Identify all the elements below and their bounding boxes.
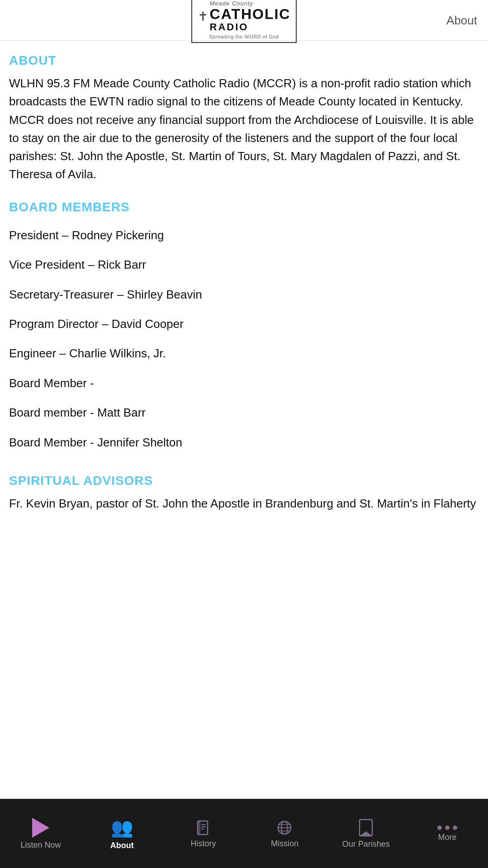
board-members-heading: BOARD MEMBERS: [9, 200, 479, 214]
board-member-item: President – Rodney Pickering: [9, 221, 479, 250]
board-members-section: BOARD MEMBERS President – Rodney Pickeri…: [9, 200, 479, 457]
logo: ✝ Meade County CATHOLIC RADIO Spreading …: [191, 0, 297, 43]
cross-icon: ✝: [198, 10, 208, 23]
board-member-item: Engineer – Charlie Wilkins, Jr.: [9, 339, 479, 368]
bookmark-icon: [358, 819, 374, 837]
book-icon: [195, 819, 212, 836]
nav-item-more[interactable]: More: [407, 799, 488, 868]
header-about-button[interactable]: About: [446, 13, 477, 27]
logo-radio-text: RADIO: [210, 21, 249, 33]
logo-catholic-text: CATHOLIC: [210, 7, 291, 21]
board-member-item: Board Member - Jennifer Shelton: [9, 428, 479, 457]
play-icon: [32, 818, 49, 838]
nav-label-our-parishes: Our Parishes: [342, 840, 390, 849]
main-content: ABOUT WLHN 95.3 FM Meade County Catholic…: [0, 41, 488, 603]
spiritual-advisors-body: Fr. Kevin Bryan, pastor of St. John the …: [9, 494, 479, 512]
app-header: ✝ Meade County CATHOLIC RADIO Spreading …: [0, 0, 488, 41]
nav-item-history[interactable]: History: [163, 799, 244, 868]
about-heading: ABOUT: [9, 53, 479, 68]
logo-tagline: Spreading the WORD of God: [209, 34, 279, 39]
nav-label-about: About: [110, 841, 134, 850]
spiritual-advisors-section: SPIRITUAL ADVISORS Fr. Kevin Bryan, past…: [9, 474, 479, 512]
nav-item-listen-now[interactable]: Listen Now: [0, 799, 81, 868]
svg-rect-1: [198, 821, 200, 835]
svg-marker-11: [360, 831, 372, 836]
about-body: WLHN 95.3 FM Meade County Catholic Radio…: [9, 74, 479, 184]
board-member-item: Board member - Matt Barr: [9, 398, 479, 427]
board-member-item: Program Director – David Cooper: [9, 309, 479, 339]
people-icon: 👥: [111, 817, 133, 838]
board-member-item: Vice President – Rick Barr: [9, 250, 479, 280]
nav-label-history: History: [191, 839, 216, 849]
spiritual-advisors-heading: SPIRITUAL ADVISORS: [9, 474, 479, 488]
nav-label-mission: Mission: [271, 839, 298, 849]
nav-label-listen-now: Listen Now: [20, 840, 61, 850]
nav-item-about[interactable]: 👥 About: [81, 799, 163, 868]
nav-item-mission[interactable]: Mission: [244, 799, 325, 868]
more-dots-icon: [437, 825, 457, 830]
nav-item-our-parishes[interactable]: Our Parishes: [325, 799, 407, 868]
globe-icon: [276, 819, 293, 836]
board-member-item: Secretary-Treasurer – Shirley Beavin: [9, 280, 479, 309]
board-member-item: Board Member -: [9, 369, 479, 398]
about-section: ABOUT WLHN 95.3 FM Meade County Catholic…: [9, 53, 479, 184]
bottom-navigation: Listen Now 👥 About History Mission: [0, 799, 488, 868]
nav-label-more: More: [438, 833, 457, 842]
